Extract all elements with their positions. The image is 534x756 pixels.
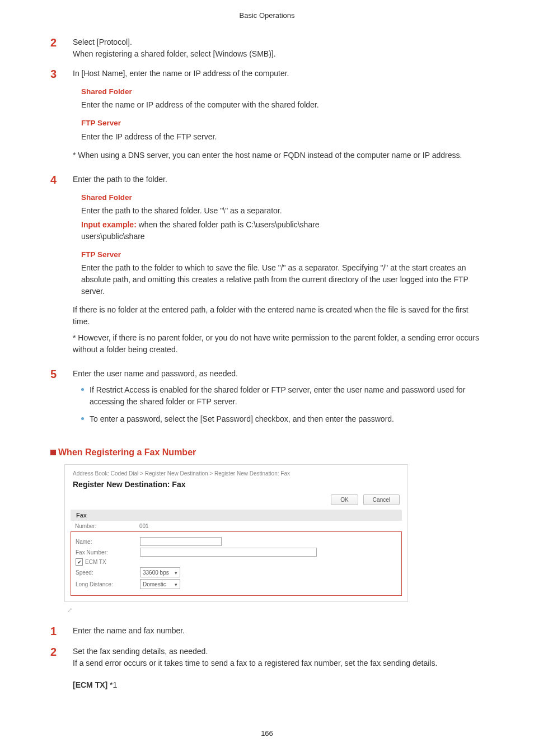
name-input[interactable] [140, 537, 222, 546]
step-text: Enter the user name and password, as nee… [73, 368, 484, 380]
step-text: Select [Protocol]. [73, 36, 484, 48]
list-item: To enter a password, select the [Set Pas… [81, 413, 484, 425]
ecm-tx-checkbox[interactable]: ✔ [76, 558, 83, 566]
input-example-label: Input example: [81, 220, 137, 229]
number-value: 001 [139, 523, 149, 529]
step-text: Enter the path to the folder. [73, 174, 484, 185]
step-number: 5 [50, 368, 73, 431]
step-number: 2 [50, 646, 73, 696]
sub-body: Enter the name or IP address of the comp… [81, 99, 484, 111]
name-label: Name: [76, 539, 140, 545]
fax-ui-screenshot: Address Book: Coded Dial > Register New … [64, 464, 408, 602]
breadcrumb: Address Book: Coded Dial > Register New … [65, 465, 407, 480]
step-b2: 2 Set the fax sending details, as needed… [50, 646, 484, 696]
fax-number-label: Fax Number: [76, 549, 140, 556]
sub-body: Enter the path to the shared folder. Use… [81, 205, 484, 217]
input-example-text: when the shared folder path is C:\users\… [137, 220, 320, 229]
step-text: When registering a shared folder, select… [73, 48, 484, 60]
step-b1: 1 Enter the name and fax number. [50, 625, 484, 638]
speed-value: 33600 bps [143, 570, 169, 576]
bullet-icon [81, 388, 84, 391]
ecm-tx-suffix: *1 [107, 680, 117, 689]
sub-body: Enter the IP address of the FTP server. [81, 131, 484, 143]
page-header: Basic Operations [50, 11, 484, 20]
sub-heading-ftp-server: FTP Server [81, 118, 484, 129]
section-heading: When Registering a Fax Number [50, 447, 484, 458]
step-3: 3 In [Host Name], enter the name or IP a… [50, 68, 484, 166]
list-item: If Restrict Access is enabled for the sh… [81, 384, 484, 408]
step-number: 4 [50, 174, 73, 361]
long-distance-label: Long Distance: [76, 581, 140, 587]
bullet-text: To enter a password, select the [Set Pas… [90, 413, 394, 425]
step-text: In [Host Name], enter the name or IP add… [73, 68, 484, 80]
fax-form-highlight: Name: Fax Number: ✔ ECM TX Speed: 33600 … [71, 531, 402, 596]
sub-heading-ftp-server: FTP Server [81, 249, 484, 260]
square-icon [50, 450, 56, 455]
cancel-button[interactable]: Cancel [363, 494, 400, 505]
step-extra: If there is no folder at the entered pat… [73, 304, 484, 328]
bullet-text: If Restrict Access is enabled for the sh… [90, 384, 484, 408]
fax-number-input[interactable] [140, 548, 317, 557]
sub-heading-shared-folder: Shared Folder [81, 192, 484, 203]
number-label: Number: [75, 523, 139, 529]
step-number: 2 [50, 36, 73, 60]
long-distance-value: Domestic [143, 581, 166, 587]
ecm-tx-label: ECM TX [85, 559, 106, 565]
chevron-down-icon: ▾ [175, 570, 177, 576]
page-number: 166 [50, 729, 484, 738]
long-distance-select[interactable]: Domestic ▾ [140, 579, 180, 589]
chevron-down-icon: ▾ [175, 582, 177, 587]
sub-heading-shared-folder: Shared Folder [81, 86, 484, 97]
expand-icon[interactable]: ⤢ [67, 606, 484, 614]
ui-title: Register New Destination: Fax [65, 480, 407, 494]
bullet-icon [81, 417, 84, 420]
step-number: 3 [50, 68, 73, 166]
step-number: 1 [50, 625, 73, 638]
sub-body: Enter the path to the folder to which to… [81, 262, 484, 297]
step-text: If a send error occurs or it takes time … [73, 657, 484, 669]
input-example-line2: users\public\share [81, 231, 484, 242]
step-2: 2 Select [Protocol]. When registering a … [50, 36, 484, 60]
section-title: When Registering a Fax Number [58, 447, 196, 458]
speed-select[interactable]: 33600 bps ▾ [140, 567, 180, 577]
step-5: 5 Enter the user name and password, as n… [50, 368, 484, 431]
tab-fax[interactable]: Fax [71, 510, 402, 521]
step-4: 4 Enter the path to the folder. Shared F… [50, 174, 484, 361]
step-note: * When using a DNS server, you can enter… [73, 150, 484, 161]
ecm-tx-bold: [ECM TX] [73, 680, 107, 689]
speed-label: Speed: [76, 570, 140, 576]
step-extra: * However, if there is no parent folder,… [73, 332, 484, 356]
step-text: Set the fax sending details, as needed. [73, 646, 484, 657]
ok-button[interactable]: OK [331, 494, 358, 505]
step-text: Enter the name and fax number. [73, 625, 484, 637]
